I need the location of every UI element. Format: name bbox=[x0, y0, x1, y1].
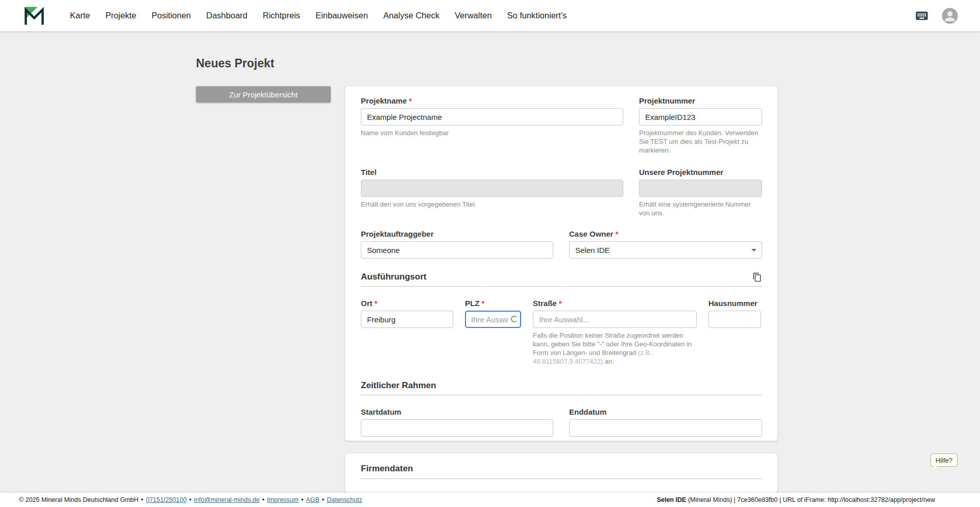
titel-label: Titel bbox=[361, 168, 623, 176]
ausfuehrungsort-heading: Ausführungsort bbox=[361, 272, 426, 282]
nav-item-karte[interactable]: Karte bbox=[70, 11, 90, 20]
titel-field: Titel Erhält den von uns vorgegebenen Ti… bbox=[361, 168, 623, 218]
nav-right-icons bbox=[915, 7, 959, 24]
required-asterisk: * bbox=[481, 299, 484, 308]
footer: © 2025 Mineral Minds Deutschland GmbH • … bbox=[0, 493, 980, 507]
ort-label: Ort* bbox=[361, 299, 453, 308]
enddatum-field: Enddatum bbox=[569, 408, 762, 437]
projektnummer-field: Projektnummer Projektnummer des Kunden. … bbox=[639, 96, 762, 155]
enddatum-input[interactable] bbox=[569, 419, 762, 437]
strasse-input[interactable] bbox=[533, 311, 697, 328]
copy-icon[interactable] bbox=[752, 272, 762, 282]
section-divider bbox=[361, 395, 762, 395]
footer-session-details: (Mineral Minds) | 7ce360e83fb0 | URL of … bbox=[686, 496, 935, 503]
form-row-location: Ort* PLZ* Straße* Falls die Position kei… bbox=[361, 299, 762, 366]
footer-left: © 2025 Mineral Minds Deutschland GmbH • … bbox=[19, 496, 362, 503]
zeitlicher-rahmen-section-header: Zeitlicher Rahmen bbox=[361, 381, 762, 391]
help-button[interactable]: Hilfe? bbox=[930, 453, 958, 467]
unsere-projektnummer-input bbox=[639, 180, 762, 197]
footer-copyright: © 2025 Mineral Minds Deutschland GmbH bbox=[19, 496, 138, 503]
projektnummer-input[interactable] bbox=[639, 108, 762, 125]
page-title: Neues Projekt bbox=[196, 57, 274, 70]
nav-item-richtpreis[interactable]: Richtpreis bbox=[263, 11, 300, 20]
main-nav: Karte Projekte Positionen Dashboard Rich… bbox=[70, 11, 915, 20]
projektauftraggeber-input[interactable] bbox=[361, 241, 553, 259]
case-owner-field: Case Owner* Selen IDE bbox=[569, 230, 762, 259]
projektname-helper: Name vom Kunden festlegbar bbox=[361, 129, 623, 138]
startdatum-label: Startdatum bbox=[361, 408, 553, 416]
project-form-card: Projektname* Name vom Kunden festlegbar … bbox=[345, 86, 777, 441]
mineral-minds-logo-icon bbox=[23, 5, 45, 27]
plz-label: PLZ* bbox=[465, 299, 521, 308]
hausnummer-input[interactable] bbox=[708, 311, 761, 328]
footer-separator: • bbox=[141, 496, 143, 503]
projektauftraggeber-label: Projektauftraggeber bbox=[361, 230, 553, 238]
form-row-auftraggeber-caseowner: Projektauftraggeber Case Owner* Selen ID… bbox=[361, 230, 762, 259]
nav-item-dashboard[interactable]: Dashboard bbox=[206, 11, 248, 20]
top-nav: Karte Projekte Positionen Dashboard Rich… bbox=[0, 0, 980, 31]
footer-session-info: Selen IDE (Mineral Minds) | 7ce360e83fb0… bbox=[657, 496, 935, 503]
projektnummer-label: Projektnummer bbox=[639, 96, 762, 105]
unsere-projektnummer-label: Unsere Projektnummer bbox=[639, 168, 762, 176]
section-divider bbox=[361, 286, 762, 287]
strasse-label: Straße* bbox=[533, 299, 697, 308]
form-row-name-number: Projektname* Name vom Kunden festlegbar … bbox=[361, 96, 762, 155]
nav-item-projekte[interactable]: Projekte bbox=[105, 11, 136, 20]
footer-phone-link[interactable]: 07151/250100 bbox=[146, 496, 187, 503]
hausnummer-field: Hausnummer bbox=[708, 299, 761, 366]
footer-separator: • bbox=[322, 496, 324, 503]
company-data-card: Firmendaten bbox=[345, 453, 777, 493]
startdatum-field: Startdatum bbox=[361, 408, 553, 437]
unsere-projektnummer-helper: Erhält eine systemgenerierte Nummer von … bbox=[639, 200, 762, 218]
form-row-dates: Startdatum Enddatum bbox=[361, 408, 762, 437]
footer-datenschutz-link[interactable]: Datenschutz bbox=[327, 496, 362, 503]
projektauftraggeber-field: Projektauftraggeber bbox=[361, 230, 553, 259]
ort-field: Ort* bbox=[361, 299, 453, 366]
strasse-helper: Falls die Position keiner Straße zugeord… bbox=[533, 332, 697, 366]
chevron-down-icon bbox=[751, 249, 756, 251]
projektnummer-helper: Projektnummer des Kunden. Verwenden Sie … bbox=[639, 129, 762, 155]
nav-item-verwalten[interactable]: Verwalten bbox=[455, 11, 492, 20]
nav-item-so-funktionierts[interactable]: So funktioniert's bbox=[507, 11, 567, 20]
nav-item-analyse-check[interactable]: Analyse Check bbox=[383, 11, 439, 20]
footer-separator: • bbox=[189, 496, 191, 503]
footer-separator: • bbox=[262, 496, 264, 503]
titel-helper: Erhält den von uns vorgegebenen Titel. bbox=[361, 200, 623, 209]
projektname-input[interactable] bbox=[361, 108, 623, 125]
avatar[interactable] bbox=[941, 7, 959, 24]
plz-input-wrap bbox=[465, 311, 521, 328]
case-owner-value: Selen IDE bbox=[575, 246, 610, 255]
nav-item-einbauweisen[interactable]: Einbauweisen bbox=[315, 11, 368, 20]
app-root: Karte Projekte Positionen Dashboard Rich… bbox=[0, 0, 980, 507]
required-asterisk: * bbox=[559, 299, 562, 308]
footer-agb-link[interactable]: AGB bbox=[306, 496, 319, 503]
footer-session-user: Selen IDE bbox=[657, 496, 687, 503]
strasse-field: Straße* Falls die Position keiner Straße… bbox=[533, 299, 697, 366]
section-divider bbox=[361, 478, 762, 479]
case-owner-label: Case Owner* bbox=[569, 230, 762, 238]
footer-separator: • bbox=[301, 496, 303, 503]
case-owner-select[interactable]: Selen IDE bbox=[569, 241, 762, 259]
zeitlicher-rahmen-heading: Zeitlicher Rahmen bbox=[361, 381, 436, 391]
firmendaten-heading: Firmendaten bbox=[361, 464, 762, 474]
unsere-projektnummer-field: Unsere Projektnummer Erhält eine systemg… bbox=[639, 168, 762, 218]
nav-item-positionen[interactable]: Positionen bbox=[152, 11, 191, 20]
ort-input[interactable] bbox=[361, 311, 453, 328]
titel-input bbox=[361, 180, 623, 197]
plz-field: PLZ* bbox=[465, 299, 521, 366]
footer-impressum-link[interactable]: Impressum bbox=[267, 496, 299, 503]
projektname-field: Projektname* Name vom Kunden festlegbar bbox=[361, 96, 623, 155]
required-asterisk: * bbox=[616, 230, 619, 238]
keyboard-icon[interactable] bbox=[915, 9, 929, 23]
hausnummer-label: Hausnummer bbox=[708, 299, 761, 308]
startdatum-input[interactable] bbox=[361, 419, 553, 437]
back-to-project-overview-button[interactable]: Zur Projektübersicht bbox=[196, 86, 331, 103]
enddatum-label: Enddatum bbox=[569, 408, 762, 416]
main-content: Neues Projekt Zur Projektübersicht Proje… bbox=[0, 31, 980, 493]
footer-email-link[interactable]: info@mineral-minds.de bbox=[194, 496, 260, 503]
ausfuehrungsort-section-header: Ausführungsort bbox=[361, 272, 762, 282]
form-row-titel-unserenummer: Titel Erhält den von uns vorgegebenen Ti… bbox=[361, 168, 762, 218]
required-asterisk: * bbox=[375, 299, 378, 308]
logo[interactable] bbox=[23, 5, 45, 27]
required-asterisk: * bbox=[409, 96, 412, 105]
